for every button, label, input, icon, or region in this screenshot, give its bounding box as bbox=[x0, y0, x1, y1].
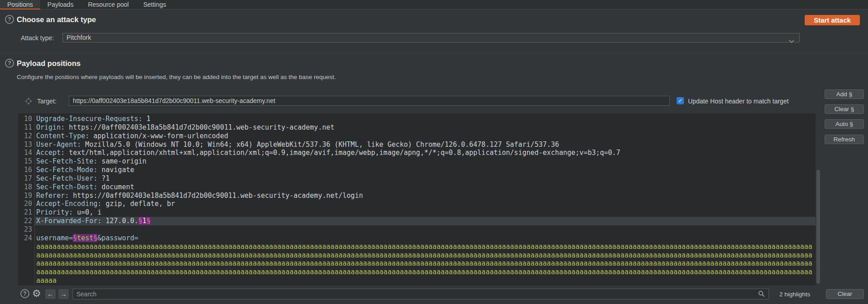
search-input[interactable] bbox=[72, 289, 769, 299]
attack-type-value: Pitchfork bbox=[66, 34, 91, 41]
request-editor[interactable]: 10Upgrade-Insecure-Requests: 111Origin: … bbox=[18, 113, 816, 285]
request-line: 22X-Forwarded-For: 127.0.0.§1§ bbox=[18, 217, 816, 225]
line-number: 14 bbox=[18, 149, 35, 157]
request-line: aaaaaaaaaaaaaaaaaaaaaaaaaaaaaaaaaaaaaaaa… bbox=[18, 243, 816, 251]
request-line: 10Upgrade-Insecure-Requests: 1 bbox=[18, 115, 816, 123]
update-host-label: Update Host header to match target bbox=[688, 98, 789, 105]
tab-resource-pool[interactable]: Resource pool bbox=[81, 0, 136, 9]
tab-payloads[interactable]: Payloads bbox=[40, 0, 81, 9]
request-line: 24username=§test§&password= bbox=[18, 234, 816, 243]
request-line: 13User-Agent: Mozilla/5.0 (Windows NT 10… bbox=[18, 140, 816, 149]
line-number: 22 bbox=[18, 217, 35, 225]
line-number: 15 bbox=[18, 157, 35, 166]
request-line: 11Origin: https://0aff002403e18a5b841d7d… bbox=[18, 123, 816, 132]
request-line: aaaaaaaaaaaaaaaaaaaaaaaaaaaaaaaaaaaaaaaa… bbox=[18, 268, 816, 276]
chevron-down-icon bbox=[789, 37, 794, 45]
line-number bbox=[18, 243, 35, 251]
request-line: 15Sec-Fetch-Site: same-origin bbox=[18, 157, 816, 166]
help-icon[interactable]: ? bbox=[5, 15, 14, 24]
request-line: aaaaaaaaaaaaaaaaaaaaaaaaaaaaaaaaaaaaaaaa… bbox=[18, 259, 816, 268]
request-line: 23 bbox=[18, 225, 816, 234]
line-number: 11 bbox=[18, 123, 35, 132]
tab-positions[interactable]: Positions bbox=[0, 0, 40, 9]
request-line: 18Sec-Fetch-Dest: document bbox=[18, 183, 816, 192]
request-line: 14Accept: text/html,application/xhtml+xm… bbox=[18, 149, 816, 157]
target-label: Target: bbox=[37, 98, 57, 105]
clear-section-sign-button[interactable]: Clear § bbox=[825, 104, 864, 114]
line-number: 18 bbox=[18, 183, 35, 192]
attack-section-title: Choose an attack type bbox=[17, 15, 96, 24]
auto-section-sign-button[interactable]: Auto § bbox=[825, 119, 864, 129]
editor-scrollbar[interactable] bbox=[816, 113, 820, 285]
help-icon[interactable]: ? bbox=[5, 59, 14, 68]
highlight-count: 2 highlights bbox=[779, 291, 810, 298]
request-line: 21Priority: u=0, i bbox=[18, 208, 816, 217]
attack-type-dropdown[interactable]: Pitchfork bbox=[62, 33, 800, 42]
refresh-button[interactable]: Refresh bbox=[825, 135, 864, 144]
section-divider bbox=[0, 53, 868, 53]
line-number: 17 bbox=[18, 174, 35, 183]
request-line: 12Content-Type: application/x-www-form-u… bbox=[18, 132, 816, 140]
line-number: 19 bbox=[18, 192, 35, 200]
next-match-button[interactable]: → bbox=[58, 289, 69, 299]
intruder-tab-bar: PositionsPayloadsResource poolSettings bbox=[0, 0, 868, 9]
line-number bbox=[18, 276, 35, 285]
line-number: 12 bbox=[18, 132, 35, 140]
clear-search-button[interactable]: Clear bbox=[826, 289, 864, 299]
attack-type-label: Attack type: bbox=[21, 34, 54, 42]
previous-match-button[interactable]: ← bbox=[45, 289, 56, 299]
line-number: 21 bbox=[18, 208, 35, 217]
line-number: 13 bbox=[18, 140, 35, 149]
add-section-sign-button[interactable]: Add § bbox=[825, 89, 864, 99]
line-number bbox=[18, 268, 35, 276]
request-line: aaaaaaaaaaaaaaaaaaaaaaaaaaaaaaaaaaaaaaaa… bbox=[18, 251, 816, 260]
start-attack-button[interactable]: Start attack bbox=[805, 15, 860, 25]
line-number: 23 bbox=[18, 225, 35, 234]
request-line: 20Accept-Encoding: gzip, deflate, br bbox=[18, 200, 816, 208]
search-icon bbox=[758, 290, 765, 299]
help-icon[interactable]: ? bbox=[20, 289, 29, 298]
line-number: 16 bbox=[18, 166, 35, 174]
line-number: 10 bbox=[18, 115, 35, 123]
update-host-checkbox[interactable]: ✓ bbox=[677, 97, 684, 104]
target-crosshair-icon bbox=[25, 98, 32, 107]
target-input[interactable] bbox=[69, 96, 670, 106]
request-line: 19Referer: https://0aff002403e18a5b841d7… bbox=[18, 192, 816, 200]
line-number bbox=[18, 259, 35, 268]
editor-scrollbar-thumb[interactable] bbox=[816, 170, 820, 284]
request-line: 17Sec-Fetch-User: ?1 bbox=[18, 174, 816, 183]
request-line: aaaaa bbox=[18, 276, 816, 285]
line-number: 24 bbox=[18, 234, 35, 243]
gear-icon[interactable]: ⚙ bbox=[32, 289, 41, 299]
positions-section-description: Configure the positions where payloads w… bbox=[17, 74, 336, 80]
line-number bbox=[18, 251, 35, 260]
request-line: 16Sec-Fetch-Mode: navigate bbox=[18, 166, 816, 174]
tab-settings[interactable]: Settings bbox=[136, 0, 174, 9]
positions-section-title: Payload positions bbox=[17, 59, 81, 68]
line-number: 20 bbox=[18, 200, 35, 208]
